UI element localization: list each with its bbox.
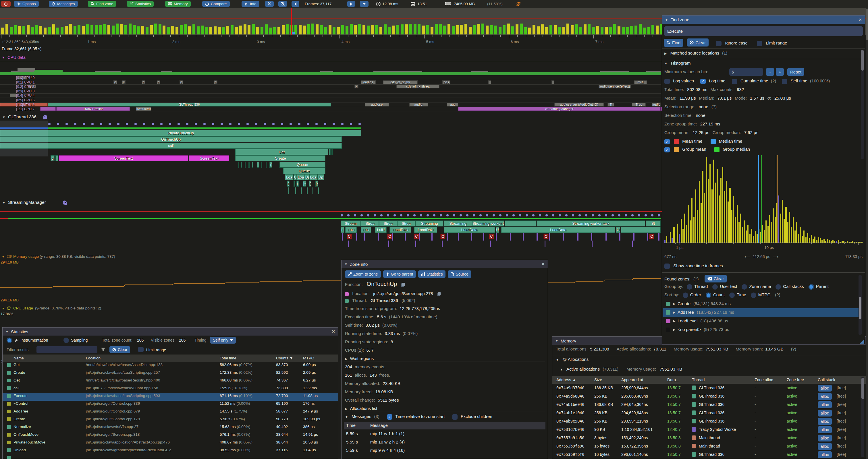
- frame-bar[interactable]: [443, 26, 446, 34]
- sample-dot[interactable]: [307, 123, 309, 125]
- sample-dot[interactable]: [579, 214, 581, 217]
- marker-tick[interactable]: [458, 233, 459, 240]
- alloc-address[interactable]: 0x7553b9fa90: [556, 444, 585, 448]
- zoom-to-zone-button[interactable]: Zoom to zone: [345, 270, 381, 278]
- sample-dot[interactable]: [407, 214, 409, 217]
- zone-statistics-button[interactable]: Statistics: [418, 270, 445, 278]
- log-time-checkbox[interactable]: ✓: [700, 79, 706, 84]
- sampling-radio[interactable]: [63, 337, 69, 343]
- marker-tick[interactable]: [523, 233, 524, 240]
- zone-small[interactable]: [261, 162, 262, 168]
- found-clear-button[interactable]: Clear: [705, 275, 727, 283]
- column-header-time[interactable]: Time: [346, 423, 355, 428]
- frame-bar[interactable]: [176, 27, 178, 34]
- sample-dot[interactable]: [367, 214, 369, 217]
- frame-bar[interactable]: [18, 26, 21, 34]
- frame-bar[interactable]: [350, 24, 353, 34]
- frame-bar[interactable]: [354, 25, 357, 34]
- frame-bar[interactable]: [256, 27, 259, 34]
- radio-user-text[interactable]: [712, 284, 718, 290]
- cpu-zone-k[interactable]: k: [354, 85, 359, 89]
- histogram-bar[interactable]: [822, 240, 823, 242]
- frame-bar[interactable]: [171, 26, 174, 34]
- alloc-free-link[interactable]: [free]: [837, 394, 846, 398]
- sample-dot[interactable]: [229, 123, 231, 125]
- marker-tick[interactable]: [356, 233, 357, 240]
- histogram-bar[interactable]: [751, 229, 752, 242]
- zone-C[interactable]: C: [387, 234, 392, 239]
- frame-bar[interactable]: [239, 26, 242, 34]
- frame-bar[interactable]: [452, 26, 455, 34]
- memory-table-scrollbar[interactable]: [861, 377, 864, 457]
- sample-dot[interactable]: [618, 214, 620, 217]
- sample-dot[interactable]: [453, 214, 455, 217]
- frame-bar[interactable]: [150, 25, 153, 34]
- zone-Up[interactable]: Up: [305, 174, 309, 180]
- cpu-zone-c[interactable]: c: [157, 80, 160, 84]
- histogram-bar[interactable]: [719, 195, 720, 242]
- sample-dot[interactable]: [281, 123, 283, 125]
- frame-bar[interactable]: [56, 28, 59, 34]
- sample-dot[interactable]: [427, 214, 429, 217]
- sample-dot[interactable]: [532, 214, 534, 217]
- radio-label[interactable]: Thread: [694, 284, 708, 289]
- frame-bar[interactable]: [269, 28, 272, 34]
- marker-tick[interactable]: [536, 233, 538, 240]
- sample-dot[interactable]: [347, 214, 349, 217]
- sample-dot[interactable]: [117, 123, 120, 125]
- frame-bar[interactable]: [554, 25, 557, 34]
- histogram-bar[interactable]: [827, 239, 828, 242]
- log-values-checkbox[interactable]: [664, 79, 670, 84]
- frame-bar[interactable]: [248, 25, 250, 34]
- histogram-bar[interactable]: [769, 215, 770, 242]
- column-header-total-time[interactable]: Total time: [220, 356, 237, 360]
- radio-count[interactable]: [706, 293, 711, 298]
- radio-zone-name[interactable]: [742, 284, 747, 290]
- column-header-address[interactable]: Address ▲: [556, 378, 576, 382]
- alloc-free-link[interactable]: [free]: [837, 402, 846, 407]
- frame-bar[interactable]: [307, 24, 310, 34]
- message-time[interactable]: 5.59 s: [346, 431, 358, 436]
- frame-bar[interactable]: [584, 24, 587, 34]
- histogram-bar[interactable]: [673, 227, 674, 242]
- frame-bar[interactable]: [643, 28, 646, 34]
- cpu-zone-seg[interactable]: [488, 80, 491, 84]
- mean-time-checkbox[interactable]: ✓: [664, 139, 670, 144]
- zone-small[interactable]: [56, 155, 58, 161]
- sample-dot[interactable]: [625, 214, 627, 217]
- frame-bar[interactable]: [116, 24, 119, 34]
- cpu-zone-GLThread 336[interactable]: GLThread 336: [48, 103, 331, 106]
- group-mean-checkbox[interactable]: ✓: [664, 147, 670, 153]
- frame-bar[interactable]: [532, 25, 535, 34]
- sample-dot[interactable]: [108, 123, 111, 125]
- frame-bar[interactable]: [52, 24, 55, 34]
- stat-zone-name[interactable]: Create: [13, 370, 25, 374]
- column-header-counts[interactable]: Counts ▼: [276, 356, 293, 360]
- histogram-bar[interactable]: [802, 236, 803, 242]
- histogram-bar[interactable]: [739, 222, 740, 242]
- alloc-address[interactable]: 0x74a9d37040: [556, 386, 585, 390]
- histogram-bar[interactable]: [791, 227, 792, 242]
- alloc-callstack-button[interactable]: alloc: [818, 426, 832, 433]
- sample-dot[interactable]: [519, 214, 521, 217]
- sample-dot[interactable]: [433, 214, 435, 217]
- source-button[interactable]: Source: [448, 270, 471, 278]
- frame-bar[interactable]: [384, 24, 386, 34]
- histogram-bar[interactable]: [800, 227, 801, 242]
- frame-bar[interactable]: [477, 24, 480, 34]
- close-icon[interactable]: ✕: [858, 17, 862, 22]
- collapse-triangle[interactable]: ▼: [2, 56, 5, 59]
- frame-bar[interactable]: [618, 26, 620, 34]
- frame-bar[interactable]: [634, 26, 638, 34]
- zone-|~[interactable]: |~: [315, 181, 318, 187]
- marker-tick[interactable]: [647, 233, 648, 240]
- frame-bar[interactable]: [99, 25, 102, 34]
- message-time[interactable]: 5.59 s: [346, 439, 358, 445]
- frame-bar[interactable]: [27, 25, 30, 34]
- sample-dot[interactable]: [195, 123, 197, 125]
- frame-bar[interactable]: [35, 25, 38, 34]
- sample-dot[interactable]: [100, 123, 102, 125]
- frame-bar[interactable]: [226, 26, 229, 34]
- marker-tick[interactable]: [606, 233, 607, 240]
- cumulate-time-checkbox[interactable]: [732, 79, 737, 84]
